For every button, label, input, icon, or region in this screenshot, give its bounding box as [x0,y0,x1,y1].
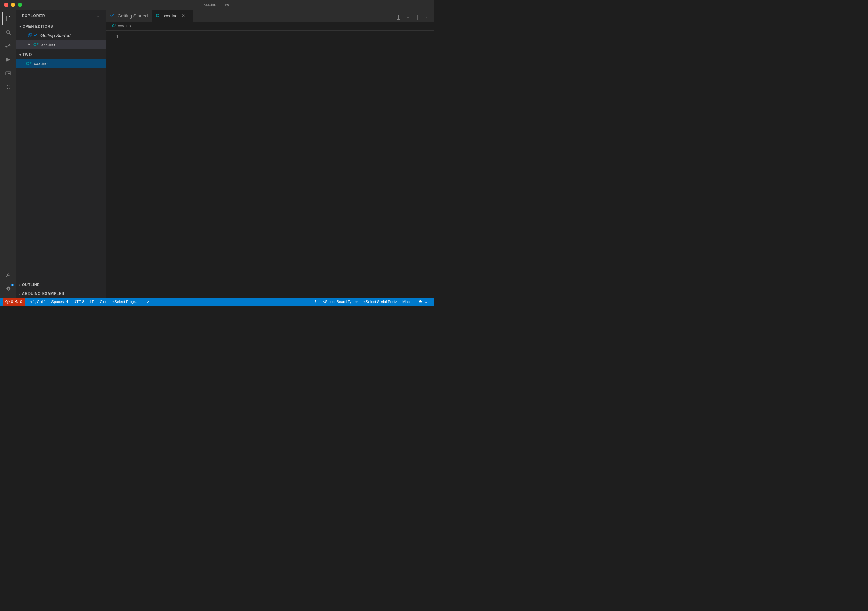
statusbar: 0 0 Ln 1, Col 1 Spaces: 4 UTF-8 LF C++ <… [0,298,434,305]
sidebar-bottom-sections: › Outline › Arduino Examples [17,280,106,298]
close-xxx-ino-icon[interactable]: ✕ [28,42,31,46]
serial-monitor-icon[interactable] [404,13,412,22]
error-icon [6,300,9,304]
svg-point-2 [8,73,9,74]
spaces-label: Spaces: 4 [51,300,68,304]
window-title: xxx.ino — Two [204,2,231,7]
getting-started-label: Getting Started [40,33,70,38]
two-xxx-ino-label: xxx.ino [34,61,47,66]
error-count: 0 [11,300,13,304]
upload-icon[interactable] [394,13,403,22]
tab-xxx-ino[interactable]: C⁺ xxx.ino ✕ [152,9,193,22]
upload-status-icon [313,300,317,304]
explorer-activity-icon[interactable] [2,12,14,25]
breadcrumb-path: xxx.ino [118,24,131,28]
line-ending-label: LF [90,300,95,304]
arduino-examples-section[interactable]: › Arduino Examples [17,289,106,298]
mac-label: Mac... [403,300,413,304]
notification-bell-icon [418,300,422,304]
app-layout: 1 Explorer ··· ▾ Open Editors Ⓜ Getti [0,9,434,298]
errors-warnings[interactable]: 0 0 [3,298,25,305]
two-section[interactable]: ▾ TWO [17,50,106,59]
arduino-two-file-icon: C⁺ [26,61,31,66]
breadcrumb: C⁺ xxx.ino [106,22,434,31]
arduino-tab-icon: C⁺ [156,13,161,18]
programmer-status[interactable]: <Select Programmer> [109,298,152,305]
board-status[interactable]: <Select Board Type> [320,298,361,305]
minimize-button[interactable] [11,3,15,7]
line-numbers: 1 [106,33,123,40]
warning-count: 0 [20,300,22,304]
arduino-examples-label: Arduino Examples [22,291,65,295]
two-xxx-ino[interactable]: C⁺ xxx.ino [17,59,106,68]
svg-point-1 [6,73,7,74]
editor-line-1 [126,33,434,40]
sidebar-more-button[interactable]: ··· [94,12,101,19]
tab-actions: ··· [391,13,434,22]
spaces-status[interactable]: Spaces: 4 [48,298,71,305]
encoding-status[interactable]: UTF-8 [71,298,87,305]
open-editor-xxx-ino[interactable]: ✕ C⁺ xxx.ino [17,40,106,49]
editor-content[interactable]: 1 [106,31,434,298]
xxx-ino-label: xxx.ino [41,42,54,47]
open-editors-section[interactable]: ▾ Open Editors [17,22,106,31]
outline-chevron: › [19,283,20,287]
tab-getting-started[interactable]: Getting Started [106,9,152,22]
language-status[interactable]: C++ [97,298,109,305]
arduino-file-icon: C⁺ [33,42,39,47]
open-editors-label: Open Editors [23,24,54,28]
close-button[interactable] [4,3,8,7]
xxx-ino-tab-label: xxx.ino [164,13,177,19]
warning-icon [14,300,19,304]
settings-activity-icon[interactable]: 1 [2,283,14,295]
status-right: <Select Board Type> <Select Serial Port>… [310,298,431,305]
run-activity-icon[interactable] [2,54,14,66]
traffic-lights[interactable] [4,3,22,7]
svg-point-3 [9,73,10,74]
board-manager-activity-icon[interactable] [2,67,14,80]
search-activity-icon[interactable] [2,26,14,39]
line-ending-status[interactable]: LF [87,298,97,305]
position-status[interactable]: Ln 1, Col 1 [25,298,48,305]
explorer-title: Explorer [22,14,45,18]
sidebar: Explorer ··· ▾ Open Editors Ⓜ Getting St… [17,9,106,298]
encoding-label: UTF-8 [73,300,84,304]
board-label: <Select Board Type> [323,300,358,304]
two-chevron: ▾ [19,53,21,57]
programmer-label: <Select Programmer> [112,300,149,304]
open-editor-getting-started[interactable]: Ⓜ Getting Started [17,31,106,40]
maximize-button[interactable] [18,3,22,7]
sidebar-header-actions: ··· [94,12,101,19]
tab-bar: Getting Started C⁺ xxx.ino ✕ [106,9,434,22]
getting-started-tab-icon [110,14,115,18]
getting-started-tab-label: Getting Started [118,13,147,19]
serial-port-label: <Select Serial Port> [363,300,397,304]
titlebar: xxx.ino — Two [0,0,434,9]
notification-status[interactable]: 1 [415,298,431,305]
serial-port-status[interactable]: <Select Serial Port> [361,298,400,305]
vscode-logo-icon [34,33,39,38]
vscode-file-icon: Ⓜ [28,32,31,39]
close-tab-button[interactable]: ✕ [180,13,186,19]
svg-point-4 [8,274,9,275]
more-actions-icon[interactable]: ··· [423,13,431,22]
editor-area: Getting Started C⁺ xxx.ino ✕ [106,9,434,298]
mac-status[interactable]: Mac... [400,298,415,305]
source-control-activity-icon[interactable] [2,40,14,52]
account-activity-icon[interactable] [2,269,14,282]
notification-badge: 1 [424,299,428,304]
line-number-1: 1 [106,33,119,40]
arduino-examples-chevron: › [19,292,20,295]
two-label: TWO [23,53,32,57]
breadcrumb-icon: C⁺ [112,24,117,28]
settings-badge: 1 [11,283,14,286]
outline-section[interactable]: › Outline [17,280,106,289]
status-left: 0 0 Ln 1, Col 1 Spaces: 4 UTF-8 LF C++ <… [3,298,152,305]
extensions-activity-icon[interactable] [2,81,14,93]
upload-status-icon[interactable] [310,298,320,305]
editor-lines[interactable] [126,33,434,40]
activity-bar-bottom: 1 [2,269,14,298]
activity-bar: 1 [0,9,17,298]
sidebar-header: Explorer ··· [17,9,106,22]
split-editor-icon[interactable] [414,13,422,22]
